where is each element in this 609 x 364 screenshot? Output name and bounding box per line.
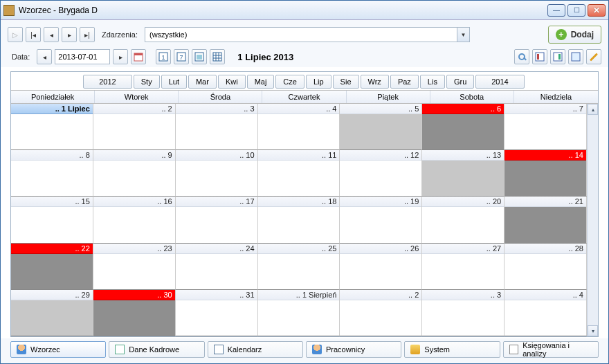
- add-button[interactable]: + Dodaj: [548, 26, 601, 44]
- calendar-cell[interactable]: .. 13: [422, 150, 505, 197]
- app-icon: [3, 5, 15, 16]
- tool-grid-button[interactable]: [568, 49, 583, 64]
- date-prev-button[interactable]: ◂: [37, 49, 52, 64]
- cell-body: [258, 300, 340, 336]
- month-mar[interactable]: Mar: [188, 75, 217, 89]
- cell-body: [340, 114, 421, 149]
- cell-body: [422, 161, 504, 196]
- tab-kalendarz[interactable]: Kalendarz: [208, 341, 303, 358]
- calendar-cell[interactable]: .. 14: [505, 150, 587, 197]
- calendar-cell[interactable]: .. 11: [258, 150, 340, 197]
- cell-body: [340, 300, 421, 336]
- calendar-cell[interactable]: .. 2: [340, 290, 422, 336]
- next-button[interactable]: ▸: [62, 27, 77, 42]
- date-next-button[interactable]: ▸: [113, 49, 128, 64]
- month-sie[interactable]: Sie: [333, 75, 359, 89]
- tool-edit-button[interactable]: [586, 49, 601, 64]
- events-filter-combo[interactable]: (wszystkie) ▼: [145, 27, 470, 42]
- calendar-cell[interactable]: .. 22: [11, 244, 93, 290]
- cell-date-label: .. 8: [11, 150, 93, 161]
- tab-system-label: System: [424, 345, 450, 354]
- calendar-cell[interactable]: .. 2: [93, 104, 176, 150]
- last-button[interactable]: ▸|: [80, 27, 95, 42]
- calendar-cell[interactable]: .. 30: [93, 290, 176, 336]
- cell-date-label: .. 31: [176, 290, 257, 300]
- calendar-cell[interactable]: .. 23: [93, 244, 176, 290]
- svg-text:7: 7: [180, 54, 183, 61]
- calendar-icon: [134, 52, 143, 62]
- search-button[interactable]: [514, 49, 529, 64]
- month-gru[interactable]: Gru: [446, 75, 474, 89]
- tab-dane-kadrowe[interactable]: Dane Kadrowe: [109, 341, 204, 358]
- play-button[interactable]: ▷: [8, 27, 23, 42]
- view-workweek-button[interactable]: [192, 49, 207, 64]
- calendar-cell[interactable]: .. 4: [258, 104, 340, 150]
- calendar-cell[interactable]: .. 25: [258, 244, 340, 290]
- month-cze[interactable]: Cze: [275, 75, 304, 89]
- calendar-cell[interactable]: .. 29: [11, 290, 93, 336]
- calendar-cell[interactable]: .. 19: [340, 197, 422, 243]
- date-input[interactable]: 2013-07-01: [55, 49, 110, 64]
- svg-rect-8: [213, 53, 221, 61]
- cell-body: [505, 114, 586, 149]
- cell-body: [11, 114, 93, 149]
- month-lut[interactable]: Lut: [161, 75, 187, 89]
- calendar-cell[interactable]: .. 26: [340, 244, 422, 290]
- calendar-cell[interactable]: .. 31: [176, 290, 258, 336]
- calendar-cell[interactable]: .. 12: [340, 150, 422, 197]
- prev-button[interactable]: ◂: [44, 27, 59, 42]
- calendar-cell[interactable]: .. 20: [422, 197, 505, 243]
- calendar-cell[interactable]: .. 6: [422, 104, 505, 150]
- calendar-cell[interactable]: .. 5: [340, 104, 422, 150]
- cell-date-label: .. 3: [176, 104, 257, 114]
- toolbar-events: ▷ |◂ ◂ ▸ ▸| Zdarzenia: (wszystkie) ▼ + D…: [1, 20, 608, 46]
- tab-pracownicy[interactable]: Pracownicy: [306, 341, 401, 358]
- month-lip[interactable]: Lip: [306, 75, 331, 89]
- month-lis[interactable]: Lis: [420, 75, 445, 89]
- document-icon: [115, 345, 125, 354]
- close-button[interactable]: ✕: [588, 4, 606, 17]
- next-year-button[interactable]: 2014: [475, 75, 524, 89]
- view-week-button[interactable]: 7: [174, 49, 189, 64]
- tab-system[interactable]: System: [404, 341, 500, 358]
- calendar-cell[interactable]: .. 18: [258, 197, 340, 243]
- weekday-wed: Środa: [179, 91, 262, 103]
- calendar-cell[interactable]: .. 1 Lipiec: [11, 104, 93, 150]
- calendar-picker-button[interactable]: [131, 49, 146, 64]
- calendar-cell[interactable]: .. 10: [176, 150, 258, 197]
- calendar-cell[interactable]: .. 28: [505, 244, 587, 290]
- view-day-button[interactable]: 1: [156, 49, 171, 64]
- calendar-cell[interactable]: .. 15: [11, 197, 93, 243]
- calendar-cell[interactable]: .. 1 Sierpień: [258, 290, 340, 336]
- calendar-cell[interactable]: .. 24: [176, 244, 258, 290]
- vertical-scrollbar[interactable]: ▴ ▾: [587, 104, 598, 336]
- calendar-cell[interactable]: .. 3: [422, 290, 505, 336]
- calendar-cell[interactable]: .. 3: [176, 104, 258, 150]
- calendar-cell[interactable]: .. 8: [11, 150, 93, 197]
- month-maj[interactable]: Maj: [247, 75, 275, 89]
- tab-ksiegowania[interactable]: Księgowania i analizy: [503, 341, 599, 358]
- calendar-cell[interactable]: .. 7: [505, 104, 587, 150]
- prev-year-button[interactable]: 2012: [83, 75, 131, 89]
- tab-wzorzec[interactable]: Wzorzec: [10, 341, 106, 358]
- events-label: Zdarzenia:: [102, 30, 138, 39]
- cell-date-label: .. 15: [11, 197, 93, 207]
- calendar-cell[interactable]: .. 27: [422, 244, 505, 290]
- calendar-cell[interactable]: .. 16: [93, 197, 176, 243]
- calendar-cell[interactable]: .. 21: [505, 197, 587, 243]
- month-kwi[interactable]: Kwi: [218, 75, 246, 89]
- minimize-button[interactable]: —: [547, 4, 565, 17]
- tool-export-button[interactable]: [550, 49, 565, 64]
- tool-filter-button[interactable]: [532, 49, 547, 64]
- calendar-cell[interactable]: .. 9: [93, 150, 176, 197]
- month-wrz[interactable]: Wrz: [361, 75, 389, 89]
- calendar-cell[interactable]: .. 17: [176, 197, 258, 243]
- month-sty[interactable]: Sty: [134, 75, 160, 89]
- month-paz[interactable]: Paz: [390, 75, 419, 89]
- weekday-sat: Sobota: [430, 91, 514, 103]
- weekday-sun: Niedziela: [514, 91, 598, 103]
- first-button[interactable]: |◂: [26, 27, 41, 42]
- calendar-cell[interactable]: .. 4: [505, 290, 587, 336]
- maximize-button[interactable]: ☐: [567, 4, 585, 17]
- view-month-button[interactable]: [210, 49, 225, 64]
